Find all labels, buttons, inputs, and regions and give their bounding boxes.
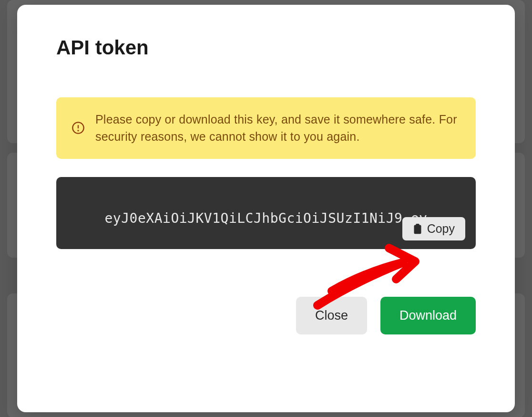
copy-button-label: Copy [427,222,455,236]
clipboard-icon [413,223,422,234]
warning-icon [72,121,85,135]
warning-alert: Please copy or download this key, and sa… [56,97,476,159]
api-token-modal: API token Please copy or download this k… [17,5,515,412]
token-display: eyJ0eXAiOiJKV1QiLCJhbGciOiJSUzI1NiJ9.ey … [56,177,476,249]
copy-button[interactable]: Copy [402,217,465,240]
close-button[interactable]: Close [296,297,367,334]
svg-point-2 [78,131,78,131]
warning-text: Please copy or download this key, and sa… [95,111,460,146]
modal-footer: Close Download [56,297,476,334]
download-button[interactable]: Download [380,297,476,334]
svg-rect-3 [414,225,421,234]
modal-title: API token [56,36,476,59]
svg-rect-4 [416,224,419,226]
